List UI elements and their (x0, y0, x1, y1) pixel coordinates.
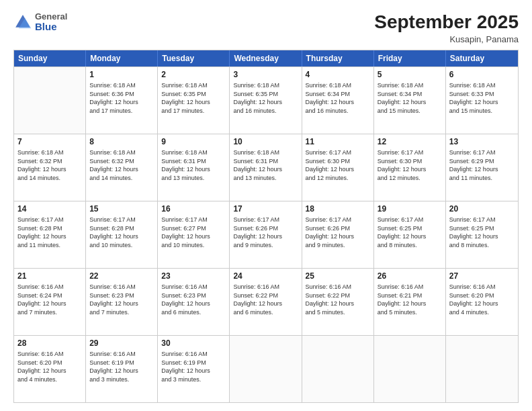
day-number: 27 (449, 271, 515, 281)
calendar-cell: 15Sunrise: 6:17 AMSunset: 6:28 PMDayligh… (86, 201, 158, 268)
location-subtitle: Kusapin, Panama (374, 34, 519, 44)
calendar-header-cell: Wednesday (230, 50, 302, 66)
day-info: Sunrise: 6:16 AMSunset: 6:22 PMDaylight:… (233, 283, 298, 316)
calendar-body: 1Sunrise: 6:18 AMSunset: 6:36 PMDaylight… (14, 66, 518, 402)
calendar: SundayMondayTuesdayWednesdayThursdayFrid… (13, 50, 519, 403)
day-number: 10 (233, 136, 298, 147)
logo-blue-text: Blue (35, 21, 67, 33)
calendar-cell: 5Sunrise: 6:18 AMSunset: 6:34 PMDaylight… (374, 67, 446, 134)
calendar-header-cell: Monday (86, 50, 158, 66)
day-info: Sunrise: 6:18 AMSunset: 6:32 PMDaylight:… (17, 148, 82, 182)
calendar-header-cell: Sunday (14, 50, 86, 66)
logo-text: General Blue (35, 12, 67, 33)
calendar-cell: 22Sunrise: 6:16 AMSunset: 6:23 PMDayligh… (86, 269, 158, 335)
day-number: 22 (89, 271, 154, 281)
logo: General Blue (13, 12, 67, 33)
day-info: Sunrise: 6:18 AMSunset: 6:35 PMDaylight:… (161, 81, 226, 115)
day-number: 13 (449, 136, 515, 147)
calendar-cell: 26Sunrise: 6:16 AMSunset: 6:21 PMDayligh… (374, 269, 446, 335)
calendar-cell (230, 336, 302, 402)
day-info: Sunrise: 6:18 AMSunset: 6:31 PMDaylight:… (233, 148, 298, 182)
day-info: Sunrise: 6:18 AMSunset: 6:34 PMDaylight:… (306, 81, 370, 115)
day-info: Sunrise: 6:16 AMSunset: 6:24 PMDaylight:… (17, 283, 82, 316)
calendar-cell: 14Sunrise: 6:17 AMSunset: 6:28 PMDayligh… (14, 201, 86, 268)
day-number: 26 (378, 271, 442, 281)
day-number: 20 (449, 203, 515, 214)
day-number: 16 (161, 203, 226, 214)
calendar-cell: 18Sunrise: 6:17 AMSunset: 6:26 PMDayligh… (302, 201, 374, 268)
calendar-cell: 2Sunrise: 6:18 AMSunset: 6:35 PMDaylight… (158, 67, 230, 134)
calendar-header-cell: Friday (374, 50, 446, 66)
calendar-cell: 16Sunrise: 6:17 AMSunset: 6:27 PMDayligh… (158, 201, 230, 268)
calendar-cell: 20Sunrise: 6:17 AMSunset: 6:25 PMDayligh… (446, 201, 518, 268)
calendar-cell (446, 336, 518, 402)
calendar-week-row: 21Sunrise: 6:16 AMSunset: 6:24 PMDayligh… (14, 268, 518, 335)
day-info: Sunrise: 6:18 AMSunset: 6:33 PMDaylight:… (449, 81, 515, 115)
day-info: Sunrise: 6:18 AMSunset: 6:36 PMDaylight:… (89, 81, 154, 115)
day-number: 18 (306, 203, 370, 214)
day-info: Sunrise: 6:17 AMSunset: 6:26 PMDaylight:… (306, 216, 370, 249)
day-number: 25 (306, 271, 370, 281)
day-number: 1 (89, 69, 154, 80)
day-number: 30 (161, 338, 226, 349)
day-info: Sunrise: 6:16 AMSunset: 6:19 PMDaylight:… (161, 350, 226, 383)
calendar-week-row: 28Sunrise: 6:16 AMSunset: 6:20 PMDayligh… (14, 335, 518, 402)
day-number: 23 (161, 271, 226, 281)
calendar-week-row: 14Sunrise: 6:17 AMSunset: 6:28 PMDayligh… (14, 201, 518, 268)
day-number: 19 (378, 203, 442, 214)
calendar-cell: 30Sunrise: 6:16 AMSunset: 6:19 PMDayligh… (158, 336, 230, 402)
day-info: Sunrise: 6:17 AMSunset: 6:26 PMDaylight:… (233, 216, 298, 249)
calendar-cell: 21Sunrise: 6:16 AMSunset: 6:24 PMDayligh… (14, 269, 86, 335)
day-info: Sunrise: 6:18 AMSunset: 6:31 PMDaylight:… (161, 148, 226, 182)
day-number: 21 (17, 271, 82, 281)
day-info: Sunrise: 6:17 AMSunset: 6:25 PMDaylight:… (449, 216, 515, 249)
day-info: Sunrise: 6:17 AMSunset: 6:30 PMDaylight:… (306, 148, 370, 182)
calendar-cell: 19Sunrise: 6:17 AMSunset: 6:25 PMDayligh… (374, 201, 446, 268)
calendar-cell: 8Sunrise: 6:18 AMSunset: 6:32 PMDaylight… (86, 134, 158, 201)
calendar-cell: 27Sunrise: 6:16 AMSunset: 6:20 PMDayligh… (446, 269, 518, 335)
day-number: 14 (17, 203, 82, 214)
day-info: Sunrise: 6:16 AMSunset: 6:23 PMDaylight:… (89, 283, 154, 316)
calendar-cell: 10Sunrise: 6:18 AMSunset: 6:31 PMDayligh… (230, 134, 302, 201)
month-title: September 2025 (374, 12, 519, 33)
day-number: 24 (233, 271, 298, 281)
day-info: Sunrise: 6:16 AMSunset: 6:20 PMDaylight:… (17, 350, 82, 383)
calendar-cell (302, 336, 374, 402)
calendar-cell: 3Sunrise: 6:18 AMSunset: 6:35 PMDaylight… (230, 67, 302, 134)
day-number: 28 (17, 338, 82, 349)
day-number: 5 (378, 69, 442, 80)
logo-general-text: General (35, 12, 67, 21)
day-number: 8 (89, 136, 154, 147)
day-info: Sunrise: 6:18 AMSunset: 6:35 PMDaylight:… (233, 81, 298, 115)
calendar-header-row: SundayMondayTuesdayWednesdayThursdayFrid… (14, 50, 518, 66)
day-info: Sunrise: 6:17 AMSunset: 6:25 PMDaylight:… (378, 216, 442, 249)
day-number: 12 (378, 136, 442, 147)
page: General Blue September 2025 Kusapin, Pan… (0, 0, 532, 411)
header: General Blue September 2025 Kusapin, Pan… (13, 12, 519, 44)
day-info: Sunrise: 6:17 AMSunset: 6:30 PMDaylight:… (378, 148, 442, 182)
day-number: 15 (89, 203, 154, 214)
day-number: 6 (449, 69, 515, 80)
day-info: Sunrise: 6:16 AMSunset: 6:23 PMDaylight:… (161, 283, 226, 316)
title-block: September 2025 Kusapin, Panama (374, 12, 519, 44)
calendar-cell: 29Sunrise: 6:16 AMSunset: 6:19 PMDayligh… (86, 336, 158, 402)
day-info: Sunrise: 6:16 AMSunset: 6:20 PMDaylight:… (449, 283, 515, 316)
calendar-header-cell: Tuesday (158, 50, 230, 66)
day-number: 2 (161, 69, 226, 80)
calendar-cell (374, 336, 446, 402)
calendar-cell: 23Sunrise: 6:16 AMSunset: 6:23 PMDayligh… (158, 269, 230, 335)
day-number: 3 (233, 69, 298, 80)
calendar-cell: 11Sunrise: 6:17 AMSunset: 6:30 PMDayligh… (302, 134, 374, 201)
day-info: Sunrise: 6:16 AMSunset: 6:22 PMDaylight:… (306, 283, 370, 316)
day-number: 11 (306, 136, 370, 147)
day-number: 29 (89, 338, 154, 349)
calendar-cell: 13Sunrise: 6:17 AMSunset: 6:29 PMDayligh… (446, 134, 518, 201)
calendar-cell: 28Sunrise: 6:16 AMSunset: 6:20 PMDayligh… (14, 336, 86, 402)
calendar-cell: 7Sunrise: 6:18 AMSunset: 6:32 PMDaylight… (14, 134, 86, 201)
day-info: Sunrise: 6:17 AMSunset: 6:29 PMDaylight:… (449, 148, 515, 182)
day-info: Sunrise: 6:17 AMSunset: 6:27 PMDaylight:… (161, 216, 226, 249)
calendar-header-cell: Saturday (446, 50, 518, 66)
calendar-week-row: 7Sunrise: 6:18 AMSunset: 6:32 PMDaylight… (14, 134, 518, 201)
day-number: 9 (161, 136, 226, 147)
day-info: Sunrise: 6:17 AMSunset: 6:28 PMDaylight:… (89, 216, 154, 249)
